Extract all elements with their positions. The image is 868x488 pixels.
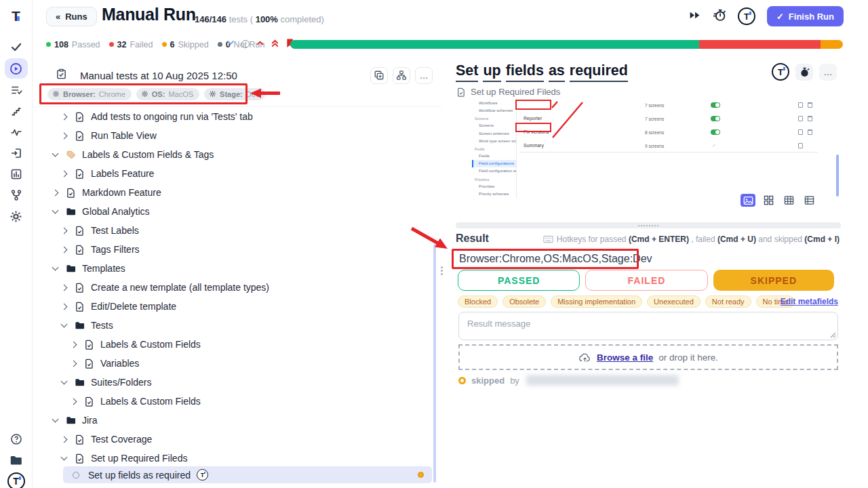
branch-nav-icon[interactable] <box>5 185 28 205</box>
folder-icon <box>66 207 76 217</box>
tree-item[interactable]: Tags Filters <box>33 240 431 259</box>
app-logo[interactable]: T <box>5 5 28 26</box>
plans-nav-list-check-icon[interactable] <box>5 80 28 100</box>
chevron-right-icon[interactable] <box>61 113 68 120</box>
attachment-preview[interactable]: Workflows Workflow schemes Screens Scree… <box>472 98 819 199</box>
timer-button[interactable] <box>795 64 813 81</box>
table-view-icon[interactable] <box>781 194 796 207</box>
tree-item[interactable]: Suites/Folders <box>33 373 431 392</box>
runs-nav-play-icon[interactable] <box>5 58 28 79</box>
tree-item[interactable]: Markdown Feature <box>33 183 431 202</box>
tag-browser-chrome[interactable]: Browser:Chrome <box>47 88 132 100</box>
test-more-options-button[interactable]: … <box>819 64 837 81</box>
chevron-down-icon[interactable] <box>52 150 59 157</box>
chevron-right-icon[interactable] <box>61 227 68 234</box>
test-status-radio-icon[interactable] <box>73 472 79 479</box>
tree-item[interactable]: Edit/Delete template <box>33 297 431 316</box>
tests-nav-check-icon[interactable] <box>5 37 28 57</box>
chevron-right-icon[interactable] <box>71 398 77 405</box>
steps-nav-icon[interactable] <box>5 101 28 121</box>
tree-item[interactable]: Labels & Custom Fields <box>33 392 431 411</box>
assignee-avatar[interactable]: T <box>772 63 789 81</box>
more-options-button[interactable]: … <box>415 67 433 84</box>
result-section-drag-handle[interactable] <box>456 222 841 228</box>
tag-stage-dev[interactable]: Stage:Dev <box>204 88 265 100</box>
test-title[interactable]: Setupfieldsasrequired <box>456 62 633 82</box>
chevron-right-icon[interactable] <box>52 189 59 196</box>
tree-item[interactable]: Add tests to ongoing run via 'Tests' tab <box>33 107 431 126</box>
tree-item[interactable]: Set up Required Fileds <box>33 449 431 468</box>
meta-tag-unexecuted[interactable]: Unexecuted <box>647 296 701 308</box>
meta-tag-not-ready[interactable]: Not ready <box>705 296 751 308</box>
last-result-status: skipped by <box>458 375 679 386</box>
skipped-button[interactable]: SKIPPED <box>713 270 834 291</box>
chevron-right-icon[interactable] <box>61 284 68 291</box>
document-icon <box>456 87 466 97</box>
chevron-right-icon[interactable] <box>71 341 77 348</box>
duplicate-button[interactable] <box>370 67 388 84</box>
tree-item[interactable]: Labels & Custom Fields <box>33 335 431 354</box>
chevron-down-icon[interactable] <box>52 264 59 271</box>
chevron-up-icon[interactable] <box>256 38 264 50</box>
panel-resize-grip[interactable] <box>441 266 443 275</box>
passed-button[interactable]: PASSED <box>458 270 580 291</box>
selected-test-row[interactable]: Set up fields as required T <box>63 466 432 483</box>
tree-item[interactable]: Create a new template (all template type… <box>33 278 431 297</box>
tree-item[interactable]: Labels & Custom Fields & Tags <box>33 145 431 164</box>
meta-tag-blocked[interactable]: Blocked <box>458 296 498 308</box>
suite-breadcrumb[interactable]: Set up Required Fileds <box>456 87 560 97</box>
detail-scrollbar[interactable] <box>836 155 839 197</box>
chevrons-up-icon[interactable] <box>271 38 279 51</box>
gear-icon <box>141 90 149 99</box>
help-icon[interactable] <box>5 429 28 449</box>
tag-os-macos[interactable]: OS:MacOS <box>136 88 199 100</box>
back-to-runs-button[interactable]: « Runs <box>46 7 97 26</box>
edit-metafields-link[interactable]: Edit metafields <box>781 297 838 306</box>
tree-item[interactable]: Tests <box>33 316 431 335</box>
chevron-right-icon[interactable] <box>61 436 68 443</box>
projects-folder-icon[interactable] <box>5 450 28 470</box>
chevron-right-icon[interactable] <box>61 246 68 253</box>
chevron-down-icon[interactable] <box>52 207 59 214</box>
meta-tag-obsolete[interactable]: Obsolete <box>502 296 546 308</box>
profile-avatar[interactable]: T <box>5 471 28 488</box>
chevron-down-icon[interactable] <box>61 378 68 385</box>
collapse-chevron-down-icon[interactable] <box>226 38 235 50</box>
failed-button[interactable]: FAILED <box>585 270 707 291</box>
tree-item[interactable]: Templates <box>33 259 431 278</box>
tree-item[interactable]: Run Table View <box>33 126 431 145</box>
tree-view-button[interactable] <box>393 67 410 84</box>
tree-item[interactable]: Jira <box>33 411 431 430</box>
browse-file-link[interactable]: Browse a file <box>597 352 653 363</box>
pulse-nav-icon[interactable] <box>5 122 28 142</box>
tree-item[interactable]: Global Analytics <box>33 202 431 221</box>
tree-item[interactable]: Test Labels <box>33 221 431 240</box>
user-avatar[interactable]: T <box>738 7 755 25</box>
list-view-icon[interactable] <box>802 194 816 207</box>
result-message-input[interactable] <box>458 312 838 340</box>
check-icon: ✓ <box>776 12 784 22</box>
tree-item[interactable]: Labels Feature <box>33 164 431 183</box>
chevron-right-icon[interactable] <box>61 170 68 177</box>
timer-icon[interactable] <box>713 8 726 24</box>
tree-item[interactable]: Variables <box>33 354 431 373</box>
import-nav-icon[interactable] <box>5 143 28 163</box>
tree-item[interactable]: Test Coverage <box>33 430 431 449</box>
analytics-nav-icon[interactable] <box>5 164 28 184</box>
chevron-down-icon[interactable] <box>61 454 68 461</box>
chevron-right-icon[interactable] <box>61 132 68 139</box>
settings-gear-icon[interactable] <box>5 206 28 226</box>
chevron-down-icon[interactable] <box>52 416 59 423</box>
chevron-right-icon[interactable] <box>71 360 77 367</box>
image-view-icon[interactable] <box>741 194 755 207</box>
test-tree-panel: Manual tests at 10 Aug 2025 12:50 … Brow… <box>33 60 442 488</box>
meta-tag-missing-implementation[interactable]: Missing implementation <box>551 296 642 308</box>
chevron-down-icon[interactable] <box>61 321 68 328</box>
grid-view-icon[interactable] <box>761 194 776 207</box>
file-dropzone[interactable]: Browse a file or drop it here. <box>458 344 838 370</box>
finish-run-button[interactable]: ✓ Finish Run <box>767 6 844 26</box>
fast-forward-icon[interactable] <box>688 9 701 24</box>
chevron-right-icon[interactable] <box>61 303 68 310</box>
circle-marker-icon[interactable] <box>241 40 250 48</box>
tree-scrollbar[interactable] <box>433 244 436 483</box>
